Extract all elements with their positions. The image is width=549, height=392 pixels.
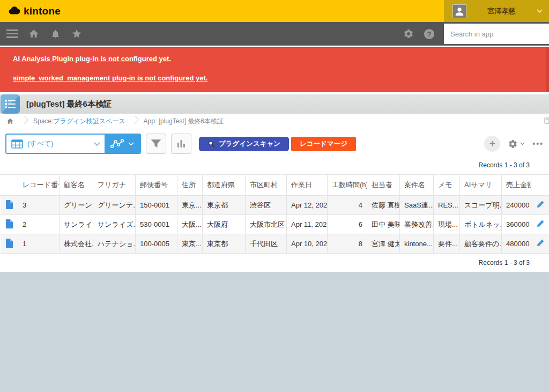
breadcrumb-separator [131, 114, 138, 129]
table-cell: ハテナショ... [93, 234, 136, 254]
app-icon[interactable] [1, 94, 20, 114]
table-cell: 大阪... [177, 215, 203, 234]
table-cell: RES... [434, 196, 460, 215]
table-row[interactable]: 3グリーン...グリーンテ...150-0001東京...東京都渋谷区Apr 1… [1, 196, 549, 215]
add-record-button[interactable]: + [484, 136, 500, 152]
kintone-logo[interactable]: kintone [0, 0, 61, 22]
column-header[interactable]: メモ [434, 175, 460, 196]
table-cell: 1 [18, 234, 60, 254]
topbar-spacer [61, 0, 444, 22]
edit-record-button[interactable] [531, 196, 549, 215]
table-cell: 宮澤 健太 [367, 234, 400, 254]
table-cell: SaaS連... [400, 196, 434, 215]
table-view-icon [11, 139, 23, 149]
table-cell: 顧客要件の... [460, 234, 502, 254]
app-settings-gear-icon[interactable] [508, 139, 525, 149]
table-cell: 東京都 [203, 196, 246, 215]
column-header[interactable]: 案件名 [400, 175, 434, 196]
table-cell: 100-0005 [136, 234, 177, 254]
table-cell: 株式会社... [60, 234, 93, 254]
table-cell: 田中 美咲 [367, 215, 400, 234]
breadcrumb: Space: プラグイン検証スペース App: [plugTest] 最終6本検… [0, 114, 549, 129]
table-cell: 360000 [502, 215, 531, 234]
plugin-scan-button[interactable]: プラグインスキャン [199, 137, 289, 151]
view-chevron-down-icon [94, 139, 100, 149]
notifications-bell-icon[interactable] [48, 27, 62, 41]
table-cell: サンライ... [60, 215, 93, 234]
table-cell: Apr 10, 2026 [287, 234, 328, 254]
record-link-icon[interactable] [1, 196, 18, 215]
graph-view-toggle[interactable] [105, 135, 140, 153]
hamburger-menu-icon[interactable] [5, 27, 19, 41]
record-merge-button[interactable]: レコードマージ [291, 137, 356, 151]
help-icon[interactable]: ? [424, 29, 434, 39]
edit-record-button[interactable] [531, 215, 549, 234]
line-chart-icon [110, 139, 124, 149]
column-header[interactable]: レコード番号 [18, 175, 60, 196]
table-cell: 6 [328, 215, 367, 234]
user-menu[interactable]: 宮澤孝慈 [444, 0, 549, 22]
more-options-icon[interactable]: ••• [532, 139, 544, 148]
record-doc-icon [5, 239, 13, 248]
global-nav-bar: ? [0, 22, 549, 46]
column-header[interactable]: 担当者 [367, 175, 400, 196]
alert-link-ai-analysis[interactable]: AI Analysis Plugin plug-in is not config… [13, 55, 171, 63]
banner-scrollbar[interactable] [546, 48, 549, 92]
favorites-star-icon[interactable] [70, 27, 84, 41]
edit-pencil-icon [536, 219, 545, 228]
column-header[interactable]: 顧客名 [60, 175, 93, 196]
column-header[interactable]: フリガナ [93, 175, 136, 196]
table-cell: 2 [18, 215, 60, 234]
column-header[interactable] [531, 175, 549, 196]
column-header[interactable]: 都道府県 [203, 175, 246, 196]
table-cell: グリーン... [60, 196, 93, 215]
alert-link-simple-worked[interactable]: simple_worked_management plug-in is not … [13, 74, 207, 82]
column-header[interactable]: 市区町村 [246, 175, 287, 196]
table-cell: 千代田区 [246, 234, 287, 254]
column-header[interactable]: 工数時間(h) [328, 175, 367, 196]
breadcrumb-app-crumb: App: [plugTest] 最終6本検証 [144, 117, 224, 126]
table-cell: 8 [328, 234, 367, 254]
edit-record-button[interactable] [531, 234, 549, 254]
table-row[interactable]: 2サンライ...サンライズ...530-0001大阪...大阪府大阪市北区Apr… [1, 215, 549, 234]
breadcrumb-space-link[interactable]: プラグイン検証スペース [53, 117, 125, 126]
edit-pencil-icon [536, 239, 545, 247]
breadcrumb-space-prefix: Space: [33, 117, 53, 125]
table-cell: 大阪府 [203, 215, 246, 234]
filter-icon[interactable] [146, 134, 166, 154]
table-row[interactable]: 1株式会社...ハテナショ...100-0005東京...東京都千代田区Apr … [1, 234, 549, 254]
table-header-row: レコード番号顧客名フリガナ郵便番号住所都道府県市区町村作業日工数時間(h)担当者… [1, 175, 549, 196]
record-link-icon[interactable] [1, 215, 18, 234]
cloud-logo-icon [8, 4, 21, 18]
home-icon[interactable] [27, 27, 41, 41]
logo-text: kintone [24, 5, 61, 17]
table-cell: サンライズ... [93, 215, 136, 234]
app-header: [plugTest] 最終6本検証 [0, 94, 549, 114]
page-background [0, 272, 549, 392]
table-cell: 渋谷区 [246, 196, 287, 215]
column-header[interactable]: 住所 [177, 175, 203, 196]
table-cell: 530-0001 [136, 215, 177, 234]
settings-gear-icon[interactable] [402, 27, 416, 41]
breadcrumb-edge-icon[interactable] [544, 117, 549, 127]
column-header[interactable]: 売上金額 [502, 175, 531, 196]
edit-pencil-icon [536, 200, 545, 209]
user-name: 宮澤孝慈 [472, 6, 531, 16]
column-header[interactable]: AIサマリ [460, 175, 502, 196]
app-search [444, 24, 549, 44]
column-header[interactable]: 作業日 [287, 175, 328, 196]
breadcrumb-separator [20, 114, 28, 129]
breadcrumb-home-icon[interactable] [0, 117, 20, 125]
column-header[interactable]: 郵便番号 [136, 175, 177, 196]
table-cell: Apr 12, 2026 [287, 196, 328, 215]
table-cell: スコープ明... [460, 196, 502, 215]
search-input[interactable] [444, 30, 549, 38]
column-header[interactable] [1, 175, 18, 196]
view-selector-current[interactable]: (すべて) [6, 135, 105, 153]
record-link-icon[interactable] [1, 234, 18, 254]
table-cell: 4 [328, 196, 367, 215]
record-doc-icon [5, 219, 13, 228]
chart-icon[interactable] [171, 134, 191, 154]
table-cell: 要件... [434, 234, 460, 254]
table-cell: 東京都 [203, 234, 246, 254]
